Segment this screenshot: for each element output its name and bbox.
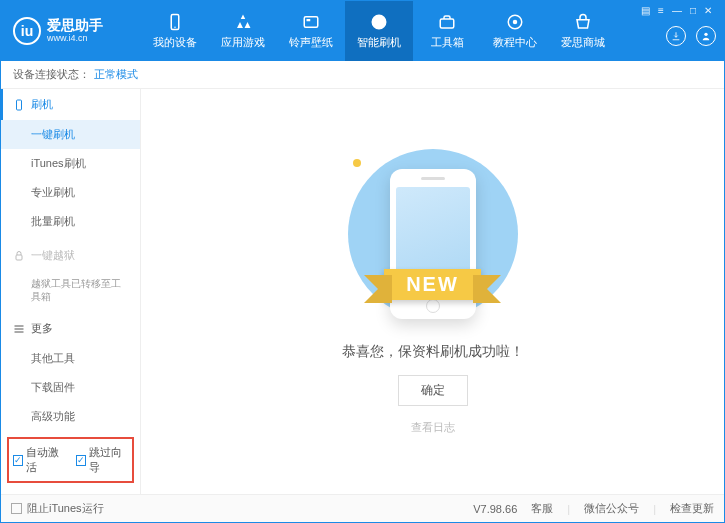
app-url: www.i4.cn: [47, 34, 103, 44]
status-value: 正常模式: [94, 67, 138, 82]
sidebar-item-pro[interactable]: 专业刷机: [1, 178, 140, 207]
nav-label: 铃声壁纸: [289, 35, 333, 50]
svg-rect-2: [304, 16, 318, 27]
apps-icon: [234, 13, 252, 31]
section-title: 刷机: [31, 97, 53, 112]
app-header: iu 爱思助手 www.i4.cn 我的设备 应用游戏 铃声壁纸 智能刷机 工具…: [1, 1, 724, 61]
sidebar-item-oneclick[interactable]: 一键刷机: [1, 120, 140, 149]
nav-label: 爱思商城: [561, 35, 605, 50]
status-bar: 设备连接状态： 正常模式: [1, 61, 724, 89]
sidebar-item-batch[interactable]: 批量刷机: [1, 207, 140, 236]
block-itunes-label: 阻止iTunes运行: [27, 501, 104, 516]
svg-point-7: [704, 33, 707, 36]
success-illustration: NEW: [333, 149, 533, 329]
sidebar-item-advanced[interactable]: 高级功能: [1, 402, 140, 431]
toolbox-icon: [438, 13, 456, 31]
sidebar: 刷机 一键刷机 iTunes刷机 专业刷机 批量刷机 一键越狱 越狱工具已转移至…: [1, 89, 141, 494]
sidebar-item-itunes[interactable]: iTunes刷机: [1, 149, 140, 178]
window-controls: ▤ ≡ — □ ✕: [637, 1, 716, 20]
wechat-link[interactable]: 微信公众号: [584, 501, 639, 516]
success-message: 恭喜您，保资料刷机成功啦！: [342, 343, 524, 361]
app-title: 爱思助手: [47, 18, 103, 33]
version-label: V7.98.66: [473, 503, 517, 515]
store-icon: [574, 13, 592, 31]
new-ribbon: NEW: [384, 269, 481, 300]
nav-label: 我的设备: [153, 35, 197, 50]
more-icon: [13, 323, 25, 335]
nav-wallpaper[interactable]: 铃声壁纸: [277, 1, 345, 61]
check-skip-guide[interactable]: ✓ 跳过向导: [76, 445, 129, 475]
update-link[interactable]: 检查更新: [670, 501, 714, 516]
svg-point-1: [174, 26, 176, 28]
svg-point-6: [513, 19, 518, 24]
option-highlight: ✓ 自动激活 ✓ 跳过向导: [7, 437, 134, 483]
section-flash[interactable]: 刷机: [1, 89, 140, 120]
user-icon[interactable]: [696, 26, 716, 46]
tutorial-icon: [506, 13, 524, 31]
nav-toolbox[interactable]: 工具箱: [413, 1, 481, 61]
close-icon[interactable]: ✕: [704, 5, 712, 16]
download-icon[interactable]: [666, 26, 686, 46]
nav-flash[interactable]: 智能刷机: [345, 1, 413, 61]
sidebar-item-firmware[interactable]: 下载固件: [1, 373, 140, 402]
phone-icon: [13, 99, 25, 111]
view-log-link[interactable]: 查看日志: [411, 420, 455, 435]
main-content: NEW 恭喜您，保资料刷机成功啦！ 确定 查看日志: [141, 89, 724, 494]
lock-icon: [13, 250, 25, 262]
checkbox-icon: ✓: [76, 455, 86, 466]
logo-icon: iu: [13, 17, 41, 45]
svg-rect-9: [16, 255, 22, 260]
nav-label: 应用游戏: [221, 35, 265, 50]
wallpaper-icon: [302, 13, 320, 31]
svg-rect-4: [440, 19, 454, 28]
nav-label: 教程中心: [493, 35, 537, 50]
service-link[interactable]: 客服: [531, 501, 553, 516]
nav-label: 智能刷机: [357, 35, 401, 50]
section-more[interactable]: 更多: [1, 313, 140, 344]
section-title: 一键越狱: [31, 248, 75, 263]
confirm-button[interactable]: 确定: [398, 375, 468, 406]
nav-my-device[interactable]: 我的设备: [141, 1, 209, 61]
nav-label: 工具箱: [431, 35, 464, 50]
maximize-icon[interactable]: □: [690, 5, 696, 16]
checkbox-icon: ✓: [13, 455, 23, 466]
device-icon: [166, 13, 184, 31]
sidebar-item-other[interactable]: 其他工具: [1, 344, 140, 373]
section-title: 更多: [31, 321, 53, 336]
nav-apps[interactable]: 应用游戏: [209, 1, 277, 61]
check-auto-activate[interactable]: ✓ 自动激活: [13, 445, 66, 475]
flash-icon: [370, 13, 388, 31]
settings-icon[interactable]: ≡: [658, 5, 664, 16]
logo-area: iu 爱思助手 www.i4.cn: [1, 17, 141, 45]
svg-rect-3: [307, 19, 311, 21]
check-label: 自动激活: [26, 445, 65, 475]
menu-icon[interactable]: ▤: [641, 5, 650, 16]
minimize-icon[interactable]: —: [672, 5, 682, 16]
section-jailbreak[interactable]: 一键越狱: [1, 240, 140, 271]
nav-store[interactable]: 爱思商城: [549, 1, 617, 61]
check-label: 跳过向导: [89, 445, 128, 475]
nav-tutorial[interactable]: 教程中心: [481, 1, 549, 61]
footer: 阻止iTunes运行 V7.98.66 客服 | 微信公众号 | 检查更新: [1, 494, 724, 522]
block-itunes-checkbox[interactable]: [11, 503, 22, 514]
status-label: 设备连接状态：: [13, 67, 90, 82]
svg-rect-8: [17, 100, 22, 110]
jailbreak-note: 越狱工具已转移至工具箱: [1, 271, 140, 309]
